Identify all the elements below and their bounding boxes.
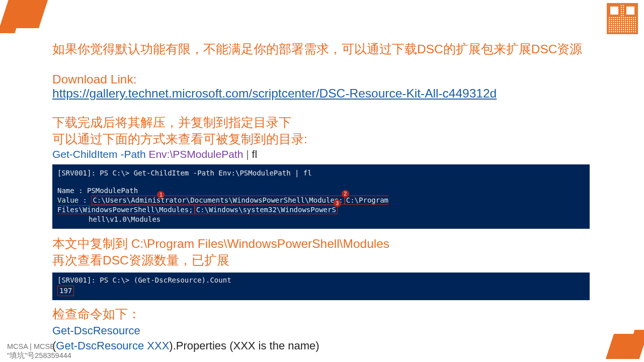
corner-decoration-bottom: [605, 330, 641, 359]
content-area: 如果你觉得默认功能有限，不能满足你的部署需求，可以通过下载DSC的扩展包来扩展D…: [52, 41, 596, 352]
pipe-symbol: |: [246, 148, 249, 160]
check-command-2: (Get-DscResource XXX).Properties (XXX is…: [52, 339, 596, 352]
terminal-prompt-2: [SRV001]: PS C:\> (Get-DscResource).Coun…: [57, 276, 585, 285]
check-tail: ).Properties (XXX is the name): [169, 339, 319, 352]
command-line-1: Get-ChildItem -Path Env:\PSModulePath | …: [52, 148, 596, 160]
path-3-text: C:\Windows\system32\WindowsPowerS: [196, 206, 336, 214]
path-continuation: hell\v1.0\Modules: [57, 215, 585, 224]
corner-decoration-top: [7, 0, 42, 34]
name-label: Name :: [57, 187, 87, 195]
footer-line-2: "填坑"号258359444: [7, 351, 71, 360]
terminal-output-1: [SRV001]: PS C:\> Get-ChildItem -Path En…: [52, 164, 590, 229]
slide: 如果你觉得默认功能有限，不能满足你的部署需求，可以通过下载DSC的扩展包来扩展D…: [0, 0, 644, 362]
path-1-text: C:\Users\Administrator\Documents\Windows…: [93, 196, 343, 204]
footer: MCSA | MCSE "填坑"号258359444: [7, 342, 71, 360]
terminal-prompt: [SRV001]: PS C:\> Get-ChildItem -Path En…: [57, 168, 585, 178]
count-result: 197: [57, 286, 74, 296]
check-arg: XXX: [144, 339, 169, 352]
download-link[interactable]: https://gallery.technet.microsoft.com/sc…: [52, 86, 497, 100]
check-label: 检查命令如下：: [52, 306, 596, 322]
name-value: PSModulePath: [87, 187, 138, 195]
instruction-copy-dest: 本文中复制到 C:\Program Files\WindowsPowerShel…: [52, 236, 596, 252]
badge-3: 3: [334, 200, 341, 207]
param-flag-text: -Path: [120, 148, 145, 160]
instruction-viewpath: 可以通过下面的方式来查看可被复制到的目录:: [52, 131, 596, 147]
qr-code: [607, 3, 638, 34]
footer-line-1: MCSA | MCSE: [7, 342, 71, 351]
value-label: Value :: [57, 196, 91, 204]
path-segment-1: 1C:\Users\Administrator\Documents\Window…: [91, 196, 344, 205]
check-command-1: Get-DscResource: [52, 324, 596, 337]
path-segment-3: 3C:\Windows\system32\WindowsPowerS: [195, 205, 338, 214]
instruction-recount: 再次查看DSC资源数量，已扩展: [52, 252, 596, 268]
format-list: fl: [252, 148, 258, 160]
download-label: Download Link:: [52, 72, 596, 86]
terminal-output-2: [SRV001]: PS C:\> (Get-DscResource).Coun…: [52, 273, 590, 300]
cmdlet-name: Get-ChildItem: [52, 148, 118, 160]
param-value: Env:\PSModulePath: [148, 148, 243, 160]
instruction-unzip: 下载完成后将其解压，并复制到指定目录下: [52, 115, 596, 131]
badge-2: 2: [342, 190, 349, 198]
intro-text: 如果你觉得默认功能有限，不能满足你的部署需求，可以通过下载DSC的扩展包来扩展D…: [52, 41, 596, 57]
